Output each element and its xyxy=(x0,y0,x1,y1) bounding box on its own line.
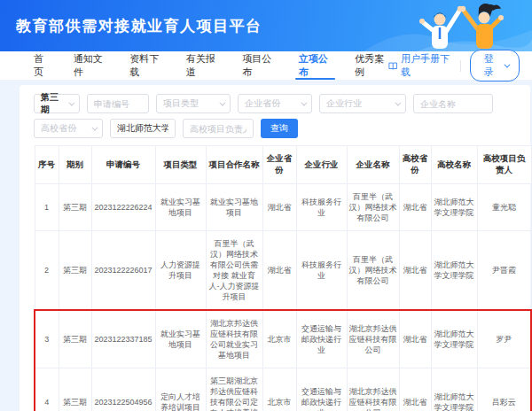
nav-item-best-cases[interactable]: 优秀案例 xyxy=(355,51,388,80)
table-cell: 2 xyxy=(35,231,59,311)
table-cell: 湖北省 xyxy=(262,231,296,311)
chevron-down-icon xyxy=(91,124,98,130)
table-cell: 定向人才培养培训项目 xyxy=(155,368,206,411)
column-header: 高校名称 xyxy=(431,146,477,184)
table-cell: 人力资源提升项目 xyxy=(155,231,206,311)
table-cell: 湖北省 xyxy=(399,310,431,368)
column-header: 期别 xyxy=(59,146,91,184)
table-cell: 罗尹 xyxy=(477,310,531,368)
nav-item-notices[interactable]: 通知文件 xyxy=(74,51,107,80)
table-cell: 湖北京邦达供应链科技有限公司就业实习基地项目 xyxy=(206,310,262,368)
column-header: 企业行业 xyxy=(296,146,347,184)
table-cell: 就业实习基地项目 xyxy=(155,310,206,368)
column-header: 申请编号 xyxy=(91,146,155,184)
table-cell: 尹晋霞 xyxy=(477,231,531,311)
table-cell: 湖北师范大学文理学院 xyxy=(431,310,477,368)
period-select[interactable]: 第三期 xyxy=(34,94,80,113)
login-label: 登录 xyxy=(481,52,497,79)
table-cell: 2023122504956 xyxy=(91,368,155,411)
table-row: 1第三期2023122226224就业实习基地项目就业实习基地项目湖北省科技服务… xyxy=(35,184,531,231)
table-cell: 第三期 xyxy=(59,184,91,231)
nav-right-group: 用户手册下载 登录 xyxy=(388,50,520,81)
table-cell: 第三期 xyxy=(59,231,91,311)
table-cell: 2023122226017 xyxy=(91,231,155,311)
table-cell: 第三期 xyxy=(59,368,91,411)
search-button[interactable]: 查询 xyxy=(261,119,298,138)
company-province-select[interactable]: 企业省份 xyxy=(238,94,312,113)
top-banner: 教育部供需对接就业育人项目平台 xyxy=(0,0,532,51)
nav-item-reports[interactable]: 有关报道 xyxy=(186,51,220,80)
company-industry-select[interactable]: 企业行业 xyxy=(319,94,406,113)
column-header: 高校项目负责人 xyxy=(477,146,531,184)
nav-item-home[interactable]: 首页 xyxy=(34,51,51,80)
college-leader-input[interactable] xyxy=(183,119,254,138)
table-cell: 2023122226224 xyxy=(91,184,155,231)
table-header-row: 序号期别申请编号项目类型项目合作名称企业省份企业行业企业名称高校省份高校名称高校… xyxy=(35,146,531,184)
table-cell: 湖北省 xyxy=(399,231,431,311)
chevron-down-icon xyxy=(219,99,225,105)
table-cell: 就业实习基地项目 xyxy=(206,184,262,231)
page-title: 教育部供需对接就业育人项目平台 xyxy=(16,16,262,36)
column-header: 序号 xyxy=(35,146,59,184)
table-cell: 交通运输与邮政快递行业 xyxy=(296,310,347,368)
project-type-select[interactable]: 项目类型 xyxy=(156,94,231,113)
filter-row-2: 高校省份 查询 xyxy=(34,119,516,138)
table-cell: 湖北师范大学文理学院 xyxy=(431,184,477,231)
chevron-down-icon xyxy=(395,99,401,105)
table-cell: 交通运输与邮政快递行业 xyxy=(296,368,347,411)
company-province-placeholder: 企业省份 xyxy=(245,97,280,110)
nav-items: 首页 通知文件 资料下载 有关报道 项目公布 立项公布 优秀案例 xyxy=(34,51,388,80)
column-header: 高校省份 xyxy=(399,146,431,184)
nav-item-approved-projects[interactable]: 立项公布 xyxy=(299,51,332,80)
apply-no-input[interactable] xyxy=(87,94,149,113)
table-cell: 湖北京邦达供应链科技有限公司 xyxy=(347,310,399,368)
table-cell: 湖北师范大学文理学院 xyxy=(431,231,477,311)
chevron-down-icon xyxy=(301,99,307,105)
table-cell: 1 xyxy=(35,184,59,231)
period-value: 第三期 xyxy=(41,91,65,116)
table-cell: 湖北省 xyxy=(399,368,431,411)
table-cell: 湖北省 xyxy=(262,184,296,231)
column-header: 项目类型 xyxy=(155,146,206,184)
column-header: 项目合作名称 xyxy=(206,146,262,184)
table-row: 2第三期2023122226017人力资源提升项目百里半（武汉）网络技术有限公司… xyxy=(35,231,531,311)
table-cell: 第三期湖北京邦达供应链科技有限公司定向人才培养培训项目 xyxy=(206,368,262,411)
user-manual-download-link[interactable]: 用户手册下载 xyxy=(388,52,451,79)
nav-item-downloads[interactable]: 资料下载 xyxy=(129,51,163,80)
table-row: 3第三期2023122337185就业实习基地项目湖北京邦达供应链科技有限公司就… xyxy=(35,310,531,368)
table-cell: 第三期 xyxy=(59,310,91,368)
table-cell: 童光聪 xyxy=(477,184,531,231)
college-name-input[interactable] xyxy=(110,119,176,138)
table-cell: 百里半（武汉）网络技术有限公司 xyxy=(347,184,399,231)
table-cell: 湖北师范大学文理学院 xyxy=(431,368,477,411)
chevron-down-icon xyxy=(504,61,510,67)
login-button[interactable]: 登录 xyxy=(470,50,520,81)
column-header: 企业省份 xyxy=(262,146,296,184)
company-industry-placeholder: 企业行业 xyxy=(326,97,362,110)
table-cell: 2023122337185 xyxy=(91,310,155,368)
book-icon xyxy=(388,61,397,71)
table-cell: 百里半（武汉）网络技术有限公司供需对接 就业育人-人力资源提升项目 xyxy=(206,231,262,311)
user-manual-label: 用户手册下载 xyxy=(401,52,451,79)
college-province-placeholder: 高校省份 xyxy=(41,122,76,135)
table-cell: 湖北省 xyxy=(399,184,431,231)
table-body: 1第三期2023122226224就业实习基地项目就业实习基地项目湖北省科技服务… xyxy=(35,184,531,411)
college-province-select[interactable]: 高校省份 xyxy=(34,119,103,138)
table-head: 序号期别申请编号项目类型项目合作名称企业省份企业行业企业名称高校省份高校名称高校… xyxy=(35,146,531,184)
filter-row-1: 第三期 项目类型 企业省份 企业行业 xyxy=(34,94,516,113)
table-cell: 就业实习基地项目 xyxy=(155,184,206,231)
table-cell: 百里半（武汉）网络技术有限公司 xyxy=(347,231,399,311)
table-cell: 北京市 xyxy=(262,310,296,368)
table-cell: 3 xyxy=(35,310,59,368)
table-cell: 4 xyxy=(35,368,59,411)
table-cell: 科技服务行业 xyxy=(296,184,347,231)
project-type-placeholder: 项目类型 xyxy=(163,97,199,110)
table-cell: 湖北京邦达供应链科技有限公司 xyxy=(347,368,399,411)
content-card: 第三期 项目类型 企业省份 企业行业 高校省份 查询 序号期别申请编号项目类型项… xyxy=(20,85,530,411)
column-header: 企业名称 xyxy=(347,146,399,184)
company-name-input[interactable] xyxy=(413,94,493,113)
table-cell: 吕彩云 xyxy=(477,368,531,411)
nav-item-project-announcement[interactable]: 项目公布 xyxy=(242,51,276,80)
chevron-down-icon xyxy=(68,99,74,105)
main-nav: 首页 通知文件 资料下载 有关报道 项目公布 立项公布 优秀案例 用户手册下载 … xyxy=(0,51,532,80)
